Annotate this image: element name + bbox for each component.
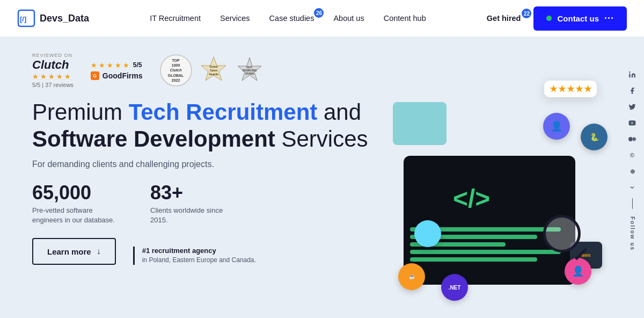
crunchbase-icon[interactable]: © — [625, 148, 640, 163]
dotnet-badge: .NET — [441, 274, 468, 301]
goodfirms-icon: G — [91, 71, 99, 80]
star-5: ★ — [64, 73, 71, 81]
review-row: REVIEWED ON Clutch ★ ★ ★ ★ ★ 5/5 | 37 re… — [32, 53, 382, 88]
stat2-desc: Clients worldwide since 2015. — [150, 206, 236, 225]
content-right: </> ★ ★ ★ ★ ★ ☕ — [382, 47, 618, 318]
gf-star-1: ★ — [91, 61, 97, 69]
gf-star-5: ★ — [123, 61, 129, 69]
heading-services: Services — [275, 126, 368, 151]
magnifier-icon — [543, 215, 581, 252]
star-1: ★ — [32, 73, 39, 81]
code-symbol: </> — [453, 184, 575, 213]
talent-awards-icon: Global Talent Awards — [201, 56, 226, 85]
clutch-block: REVIEWED ON Clutch ★ ★ ★ ★ ★ 5/5 | 37 re… — [32, 53, 74, 88]
award-badges: TOP 1000 Clutch GLOBAL 2022 Global Talen… — [160, 54, 265, 86]
svg-point-15 — [629, 71, 630, 73]
case-studies-badge: 26 — [314, 8, 324, 18]
heading-tech-recruitment: Tech Recruitment — [129, 99, 318, 125]
stat3-desc: in Poland, Eastern Europe and Canada. — [142, 256, 256, 265]
star-3: ★ — [48, 73, 55, 81]
star-4: ★ — [56, 73, 63, 81]
code-line-4 — [410, 250, 561, 254]
medium-icon[interactable] — [625, 132, 640, 147]
clutch-score: 5/5 | 37 reviews — [32, 82, 74, 88]
svg-text:Talent: Talent — [209, 69, 217, 72]
sub-heading: For demanding clients and challenging pr… — [32, 160, 382, 169]
clutch-stars: ★ ★ ★ ★ ★ — [32, 73, 74, 81]
talent-awards-badge: Global Talent Awards — [201, 56, 226, 85]
nav-item-case-studies[interactable]: Case studies 26 — [269, 13, 314, 23]
teal-decoration-box — [393, 102, 447, 145]
nav-item-about-us[interactable]: About us — [333, 13, 364, 23]
nav-item-services[interactable]: Services — [220, 13, 250, 23]
get-hired-link[interactable]: Get hired 22 — [487, 14, 521, 23]
brand-logo[interactable]: [/] Devs_Data — [17, 9, 89, 27]
github-icon[interactable]: ⊕ — [625, 164, 640, 179]
linkedin-icon[interactable] — [625, 67, 640, 82]
brand-name: Devs_Data — [40, 13, 89, 24]
gf-star-4: ★ — [115, 61, 121, 69]
clutch-global-badge: TOP 1000 Clutch GLOBAL 2022 — [160, 54, 192, 86]
stats-row: 65,000 Pre-vetted software engineers in … — [32, 182, 382, 225]
clutch-logo: Clutch — [32, 59, 74, 71]
svg-point-10 — [427, 233, 429, 235]
goodfirms-name: GoodFirms — [103, 71, 143, 80]
sidebar-divider — [632, 198, 633, 209]
nav-item-it-recruitment[interactable]: IT Recruitment — [150, 13, 201, 23]
learn-more-label: Learn more — [47, 247, 91, 256]
goodfirms-score: 5/5 — [133, 61, 142, 69]
hero-illustration: </> ★ ★ ★ ★ ★ ☕ — [387, 70, 613, 295]
stat2-number: 83+ — [150, 182, 236, 204]
gf-star-2: ★ — [99, 61, 105, 69]
heading-premium: Premium — [32, 99, 129, 125]
stars-float-card: ★ ★ ★ ★ ★ — [544, 81, 597, 97]
main-content: REVIEWED ON Clutch ★ ★ ★ ★ ★ 5/5 | 37 re… — [0, 37, 644, 318]
avatar-icon-1: 👤 — [543, 113, 570, 140]
star-2: ★ — [40, 73, 47, 81]
stat-engineers: 65,000 Pre-vetted software engineers in … — [32, 182, 118, 225]
content-left: REVIEWED ON Clutch ★ ★ ★ ★ ★ 5/5 | 37 re… — [32, 47, 382, 318]
contact-label: Contact us — [557, 14, 599, 23]
react-badge — [414, 220, 441, 247]
svg-text:STARS: STARS — [245, 72, 254, 75]
java-badge: ☕ — [398, 263, 425, 290]
nav-right: Get hired 22 Contact us ··· — [487, 6, 627, 31]
heading-and: and — [317, 99, 361, 125]
goodfirms-stars: ★ ★ ★ ★ ★ 5/5 — [91, 61, 143, 69]
stat3-label: #1 recruitment agency — [142, 247, 256, 255]
follow-us-label: Follow us — [630, 216, 635, 251]
nav-item-content-hub[interactable]: Content hub — [384, 13, 426, 23]
svg-text:Awards: Awards — [209, 73, 218, 76]
stat1-number: 65,000 — [32, 182, 118, 204]
code-line-5 — [410, 257, 537, 262]
reviewed-on-label: REVIEWED ON — [32, 53, 74, 58]
facebook-icon[interactable] — [625, 83, 640, 98]
contact-dots: ··· — [604, 13, 614, 24]
main-heading: Premium Tech Recruitment and Software De… — [32, 99, 382, 152]
heading-software-dev: Software Development — [32, 126, 275, 151]
youtube-icon[interactable] — [625, 115, 640, 131]
goodfirms-block: ★ ★ ★ ★ ★ 5/5 G GoodFirms — [91, 61, 143, 80]
contact-us-button[interactable]: Contact us ··· — [533, 6, 627, 31]
avatar-icon-2: 👤 — [565, 258, 591, 285]
nav-links: IT Recruitment Services Case studies 26 … — [150, 13, 426, 23]
python-badge: 🐍 — [581, 124, 608, 150]
twitter-icon[interactable] — [625, 99, 640, 114]
down-arrow-icon: ↓ — [97, 247, 101, 256]
outsourcing-stars-icon: OUT- SOURCING STARS — [235, 56, 265, 85]
online-indicator — [546, 16, 552, 21]
learn-more-button[interactable]: Learn more ↓ — [32, 238, 116, 265]
social-sidebar: © ⊕ Follow us — [620, 61, 644, 257]
svg-text:[/]: [/] — [20, 15, 26, 23]
stat-clients: 83+ Clients worldwide since 2015. — [150, 182, 236, 225]
svg-rect-14 — [629, 74, 630, 77]
chevron-down-icon[interactable] — [625, 180, 640, 195]
stat1-desc: Pre-vetted software engineers in our dat… — [32, 206, 118, 225]
gf-star-3: ★ — [107, 61, 113, 69]
svg-text:Global: Global — [209, 65, 218, 68]
stat-recruitment-agency: #1 recruitment agency in Poland, Eastern… — [133, 247, 256, 265]
logo-icon: [/] — [17, 9, 35, 27]
outsourcing-stars-badge: OUT- SOURCING STARS — [235, 56, 265, 85]
navbar: [/] Devs_Data IT Recruitment Services Ca… — [0, 0, 644, 37]
get-hired-badge: 22 — [522, 9, 531, 18]
